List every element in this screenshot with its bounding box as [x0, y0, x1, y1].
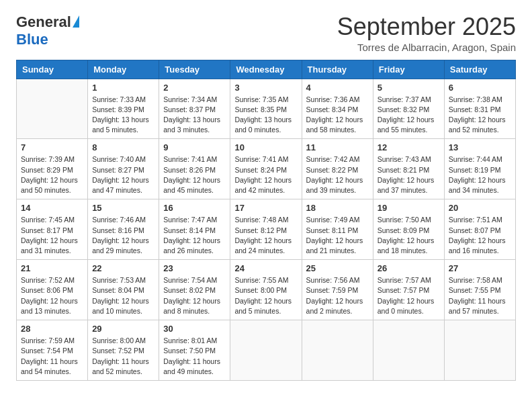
- day-info: Sunrise: 7:46 AMSunset: 8:16 PMDaylight:…: [92, 215, 154, 256]
- day-info: Sunrise: 7:37 AMSunset: 8:32 PMDaylight:…: [378, 95, 440, 136]
- calendar-day-cell: 16Sunrise: 7:47 AMSunset: 8:14 PMDayligh…: [159, 199, 230, 260]
- calendar-table: SundayMondayTuesdayWednesdayThursdayFrid…: [16, 60, 516, 381]
- logo-general-text: General: [16, 13, 71, 31]
- calendar-day-cell: 6Sunrise: 7:38 AMSunset: 8:31 PMDaylight…: [444, 79, 515, 139]
- day-number: 25: [306, 263, 369, 273]
- day-number: 4: [306, 83, 369, 93]
- calendar-day-cell: [373, 320, 444, 381]
- location-text: Torres de Albarracin, Aragon, Spain: [337, 42, 516, 53]
- calendar-day-cell: 9Sunrise: 7:41 AMSunset: 8:26 PMDaylight…: [159, 139, 230, 199]
- day-info: Sunrise: 7:34 AMSunset: 8:37 PMDaylight:…: [163, 95, 226, 136]
- day-number: 11: [306, 142, 369, 152]
- day-number: 21: [21, 263, 83, 273]
- day-number: 7: [21, 142, 83, 152]
- calendar-day-cell: 20Sunrise: 7:51 AMSunset: 8:07 PMDayligh…: [444, 199, 515, 260]
- page-header: General Blue September 2025 Torres de Al…: [16, 13, 516, 53]
- day-info: Sunrise: 7:50 AMSunset: 8:09 PMDaylight:…: [378, 215, 440, 256]
- day-number: 13: [449, 142, 511, 152]
- calendar-day-cell: 14Sunrise: 7:45 AMSunset: 8:17 PMDayligh…: [17, 199, 88, 260]
- day-number: 28: [21, 324, 83, 334]
- day-number: 20: [449, 203, 511, 213]
- day-number: 17: [234, 203, 297, 213]
- logo-triangle-icon: [73, 15, 79, 28]
- day-info: Sunrise: 7:48 AMSunset: 8:12 PMDaylight:…: [234, 215, 297, 256]
- day-number: 30: [163, 324, 226, 334]
- day-info: Sunrise: 7:41 AMSunset: 8:24 PMDaylight:…: [234, 154, 297, 195]
- day-info: Sunrise: 7:51 AMSunset: 8:07 PMDaylight:…: [449, 215, 511, 256]
- day-number: 8: [92, 142, 154, 152]
- calendar-day-cell: 19Sunrise: 7:50 AMSunset: 8:09 PMDayligh…: [373, 199, 444, 260]
- day-info: Sunrise: 8:01 AMSunset: 7:50 PMDaylight:…: [163, 336, 226, 377]
- day-number: 9: [163, 142, 226, 152]
- day-number: 18: [306, 203, 369, 213]
- day-info: Sunrise: 7:54 AMSunset: 8:02 PMDaylight:…: [163, 275, 226, 316]
- day-number: 15: [92, 203, 154, 213]
- day-number: 1: [92, 83, 154, 93]
- calendar-day-cell: 3Sunrise: 7:35 AMSunset: 8:35 PMDaylight…: [230, 79, 302, 139]
- month-title: September 2025: [337, 13, 516, 40]
- calendar-day-cell: 27Sunrise: 7:58 AMSunset: 7:55 PMDayligh…: [444, 260, 515, 320]
- calendar-day-cell: 13Sunrise: 7:44 AMSunset: 8:19 PMDayligh…: [444, 139, 515, 199]
- weekday-header-tuesday: Tuesday: [159, 60, 230, 79]
- day-info: Sunrise: 7:56 AMSunset: 7:59 PMDaylight:…: [306, 275, 369, 316]
- day-number: 12: [378, 142, 440, 152]
- weekday-header-row: SundayMondayTuesdayWednesdayThursdayFrid…: [17, 60, 516, 79]
- calendar-day-cell: 2Sunrise: 7:34 AMSunset: 8:37 PMDaylight…: [159, 79, 230, 139]
- calendar-day-cell: 5Sunrise: 7:37 AMSunset: 8:32 PMDaylight…: [373, 79, 444, 139]
- calendar-day-cell: 8Sunrise: 7:40 AMSunset: 8:27 PMDaylight…: [88, 139, 159, 199]
- day-number: 5: [378, 83, 440, 93]
- day-info: Sunrise: 8:00 AMSunset: 7:52 PMDaylight:…: [92, 336, 154, 377]
- day-number: 6: [449, 83, 511, 93]
- calendar-day-cell: 15Sunrise: 7:46 AMSunset: 8:16 PMDayligh…: [88, 199, 159, 260]
- day-info: Sunrise: 7:43 AMSunset: 8:21 PMDaylight:…: [378, 154, 440, 195]
- calendar-day-cell: 10Sunrise: 7:41 AMSunset: 8:24 PMDayligh…: [230, 139, 302, 199]
- calendar-day-cell: 24Sunrise: 7:55 AMSunset: 8:00 PMDayligh…: [230, 260, 302, 320]
- calendar-day-cell: [444, 320, 515, 381]
- day-number: 16: [163, 203, 226, 213]
- day-info: Sunrise: 7:52 AMSunset: 8:06 PMDaylight:…: [21, 275, 83, 316]
- day-number: 14: [21, 203, 83, 213]
- calendar-day-cell: 4Sunrise: 7:36 AMSunset: 8:34 PMDaylight…: [302, 79, 373, 139]
- day-info: Sunrise: 7:33 AMSunset: 8:39 PMDaylight:…: [92, 95, 154, 136]
- calendar-day-cell: 23Sunrise: 7:54 AMSunset: 8:02 PMDayligh…: [159, 260, 230, 320]
- calendar-day-cell: [302, 320, 373, 381]
- day-info: Sunrise: 7:47 AMSunset: 8:14 PMDaylight:…: [163, 215, 226, 256]
- logo-blue-text: Blue: [16, 31, 48, 48]
- calendar-week-row: 21Sunrise: 7:52 AMSunset: 8:06 PMDayligh…: [17, 260, 516, 320]
- day-number: 26: [378, 263, 440, 273]
- calendar-day-cell: [230, 320, 302, 381]
- day-info: Sunrise: 7:58 AMSunset: 7:55 PMDaylight:…: [449, 275, 511, 316]
- calendar-day-cell: 25Sunrise: 7:56 AMSunset: 7:59 PMDayligh…: [302, 260, 373, 320]
- weekday-header-thursday: Thursday: [302, 60, 373, 79]
- calendar-day-cell: 11Sunrise: 7:42 AMSunset: 8:22 PMDayligh…: [302, 139, 373, 199]
- day-info: Sunrise: 7:53 AMSunset: 8:04 PMDaylight:…: [92, 275, 154, 316]
- calendar-week-row: 28Sunrise: 7:59 AMSunset: 7:54 PMDayligh…: [17, 320, 516, 381]
- calendar-week-row: 1Sunrise: 7:33 AMSunset: 8:39 PMDaylight…: [17, 79, 516, 139]
- day-info: Sunrise: 7:44 AMSunset: 8:19 PMDaylight:…: [449, 154, 511, 195]
- day-number: 27: [449, 263, 511, 273]
- logo: General Blue: [16, 13, 79, 48]
- calendar-day-cell: 22Sunrise: 7:53 AMSunset: 8:04 PMDayligh…: [88, 260, 159, 320]
- day-info: Sunrise: 7:40 AMSunset: 8:27 PMDaylight:…: [92, 154, 154, 195]
- day-info: Sunrise: 7:42 AMSunset: 8:22 PMDaylight:…: [306, 154, 369, 195]
- calendar-day-cell: 17Sunrise: 7:48 AMSunset: 8:12 PMDayligh…: [230, 199, 302, 260]
- day-number: 3: [234, 83, 297, 93]
- day-info: Sunrise: 7:55 AMSunset: 8:00 PMDaylight:…: [234, 275, 297, 316]
- calendar-day-cell: 1Sunrise: 7:33 AMSunset: 8:39 PMDaylight…: [88, 79, 159, 139]
- day-number: 24: [234, 263, 297, 273]
- calendar-week-row: 14Sunrise: 7:45 AMSunset: 8:17 PMDayligh…: [17, 199, 516, 260]
- day-number: 29: [92, 324, 154, 334]
- day-info: Sunrise: 7:35 AMSunset: 8:35 PMDaylight:…: [234, 95, 297, 136]
- day-info: Sunrise: 7:45 AMSunset: 8:17 PMDaylight:…: [21, 215, 83, 256]
- title-block: September 2025 Torres de Albarracin, Ara…: [337, 13, 516, 53]
- calendar-day-cell: 26Sunrise: 7:57 AMSunset: 7:57 PMDayligh…: [373, 260, 444, 320]
- day-number: 2: [163, 83, 226, 93]
- weekday-header-saturday: Saturday: [444, 60, 515, 79]
- day-info: Sunrise: 7:59 AMSunset: 7:54 PMDaylight:…: [21, 336, 83, 377]
- day-number: 19: [378, 203, 440, 213]
- calendar-day-cell: [17, 79, 88, 139]
- calendar-week-row: 7Sunrise: 7:39 AMSunset: 8:29 PMDaylight…: [17, 139, 516, 199]
- weekday-header-monday: Monday: [88, 60, 159, 79]
- calendar-day-cell: 7Sunrise: 7:39 AMSunset: 8:29 PMDaylight…: [17, 139, 88, 199]
- day-info: Sunrise: 7:57 AMSunset: 7:57 PMDaylight:…: [378, 275, 440, 316]
